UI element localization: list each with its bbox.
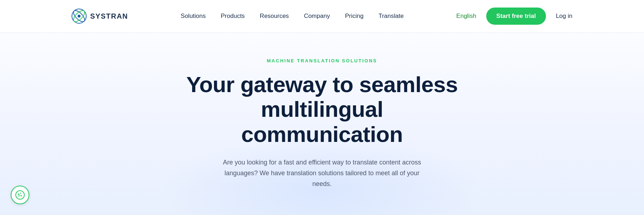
nav-link-pricing[interactable]: Pricing xyxy=(345,13,364,19)
nav-link-products[interactable]: Products xyxy=(221,13,245,19)
nav-item-company[interactable]: Company xyxy=(304,13,330,20)
nav-link-company[interactable]: Company xyxy=(304,13,330,19)
nav-item-translate[interactable]: Translate xyxy=(379,13,404,20)
svg-point-3 xyxy=(78,15,80,18)
svg-point-8 xyxy=(19,196,20,197)
svg-point-9 xyxy=(20,195,20,195)
nav-link-translate[interactable]: Translate xyxy=(379,13,404,19)
hero-description: Are you looking for a fast and efficient… xyxy=(215,157,429,189)
nav-item-pricing[interactable]: Pricing xyxy=(345,13,364,20)
nav-link-resources[interactable]: Resources xyxy=(260,13,289,19)
hero-section: MACHINE TRANSLATION SOLUTIONS Your gatew… xyxy=(0,0,644,215)
nav-item-products[interactable]: Products xyxy=(221,13,245,20)
nav-item-resources[interactable]: Resources xyxy=(260,13,289,20)
header-right-actions: English Start free trial Log in xyxy=(456,8,572,25)
cookie-settings-button[interactable] xyxy=(11,186,29,204)
nav-item-solutions[interactable]: Solutions xyxy=(181,13,206,20)
site-header: SYSTRAN Solutions Products Resources Com… xyxy=(0,0,644,32)
svg-point-5 xyxy=(18,194,19,195)
start-trial-button[interactable]: Start free trial xyxy=(486,8,546,25)
nav-link-solutions[interactable]: Solutions xyxy=(181,13,206,19)
login-link[interactable]: Log in xyxy=(556,13,572,20)
main-nav: Solutions Products Resources Company Pri… xyxy=(181,13,404,20)
logo-icon xyxy=(72,9,87,24)
svg-point-6 xyxy=(20,193,21,194)
language-selector[interactable]: English xyxy=(456,13,476,20)
hero-subtitle: MACHINE TRANSLATION SOLUTIONS xyxy=(182,58,462,63)
hero-title: Your gateway to seamless multilingual co… xyxy=(182,72,462,147)
logo-text: SYSTRAN xyxy=(90,12,128,20)
hero-content: MACHINE TRANSLATION SOLUTIONS Your gatew… xyxy=(182,58,462,189)
logo[interactable]: SYSTRAN xyxy=(72,9,128,24)
cookie-icon xyxy=(15,190,25,200)
